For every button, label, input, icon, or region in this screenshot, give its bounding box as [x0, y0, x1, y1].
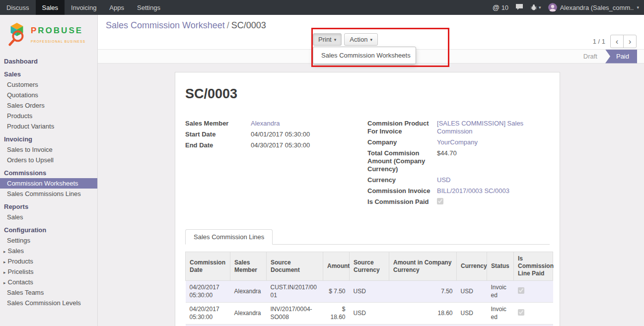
field-value-commission-product[interactable]: [SALES COMMISSION] Sales Commission — [437, 120, 550, 135]
column-header-source-document[interactable]: Source Document — [267, 252, 323, 281]
pager-previous-button[interactable]: ‹ — [610, 35, 624, 48]
sidebar-item-orders-to-upsell[interactable]: Orders to Upsell — [0, 155, 97, 165]
field-value-currency[interactable]: USD — [437, 176, 550, 184]
chat-icon — [515, 3, 523, 12]
sidebar-item-dashboard[interactable]: Dashboard — [0, 56, 97, 66]
column-header-amount[interactable]: Amount — [323, 252, 350, 281]
sidebar-item-quotations[interactable]: Quotations — [0, 90, 97, 100]
cell-line-paid — [514, 281, 553, 303]
sidebar-item-product-variants[interactable]: Product Variants — [0, 121, 97, 131]
content-area: SC/0003 Sales Member Alexandra Start Dat… — [98, 64, 644, 326]
debug-menu-button[interactable]: ▾ — [530, 3, 541, 12]
menu-discuss[interactable]: Discuss — [0, 0, 36, 15]
table-row[interactable]: 04/20/2017 05:30:00 Alexandra CUST.IN/20… — [186, 281, 553, 303]
sidebar-item-sales-to-invoice[interactable]: Sales to Invoice — [0, 144, 97, 155]
cell-source-document: INV/2017/0004-SO008 — [267, 303, 323, 325]
menu-sales[interactable]: Sales — [36, 0, 65, 15]
sidebar-item-settings[interactable]: Settings — [0, 235, 97, 246]
menu-apps[interactable]: Apps — [103, 0, 131, 15]
column-header-currency[interactable]: Currency — [457, 252, 487, 281]
sidebar-item-products[interactable]: Products — [0, 111, 97, 121]
user-menu[interactable]: Alexandra (Sales_comm.. ▾ — [548, 3, 639, 12]
caret-down-icon: ▾ — [637, 5, 639, 10]
pager: 1 / 1 ‹ › — [593, 35, 637, 48]
breadcrumb-current: SC/0003 — [231, 20, 266, 30]
sidebar-section-commissions[interactable]: Commissions — [0, 168, 97, 178]
breadcrumb: Sales Commission Worksheet/SC/0003 — [98, 15, 644, 31]
cell-source-currency: USD — [350, 303, 389, 325]
menu-invoicing[interactable]: Invoicing — [65, 0, 103, 15]
cell-currency: USD — [457, 303, 487, 325]
action-button[interactable]: Action ▾ — [344, 33, 378, 46]
button-area: Print ▾ Action ▾ — [313, 33, 378, 46]
print-button[interactable]: Print ▾ — [313, 33, 342, 46]
column-header-source-currency[interactable]: Source Currency — [350, 252, 389, 281]
field-label-is-commission-paid: Is Commission Paid — [367, 198, 437, 206]
cell-sales-member: Alexandra — [230, 303, 267, 325]
sidebar-section-configuration[interactable]: Configuration — [0, 225, 97, 235]
sidebar-item-config-pricelists[interactable]: ▸Pricelists — [0, 266, 97, 277]
sidebar-section-sales[interactable]: Sales — [0, 69, 97, 79]
field-label-start-date: Start Date — [185, 130, 251, 138]
sidebar-item-customers[interactable]: Customers — [0, 79, 97, 90]
sidebar-item-sales-commission-levels[interactable]: Sales Commission Levels — [0, 298, 97, 308]
field-group-right: Commision Product For Invoice [SALES COM… — [363, 120, 550, 209]
sidebar-item-config-contacts[interactable]: ▸Contacts — [0, 277, 97, 287]
sidebar-section-reports[interactable]: Reports — [0, 201, 97, 212]
field-label-end-date: End Date — [185, 141, 251, 149]
table-header-row: Commission Date Sales Member Source Docu… — [186, 252, 553, 281]
is-commission-paid-checkbox — [437, 198, 443, 204]
top-navbar: Discuss Sales Invoicing Apps Settings @ … — [0, 0, 644, 15]
field-group-left: Sales Member Alexandra Start Date 04/01/… — [185, 120, 363, 209]
field-label-currency: Currency — [367, 176, 437, 184]
chevron-right-icon: ▸ — [3, 270, 6, 275]
print-dropdown-menu: Sales Commission Worksheets — [313, 47, 416, 64]
column-header-status[interactable]: Status — [487, 252, 514, 281]
commission-lines-table: Commission Date Sales Member Source Docu… — [185, 252, 553, 326]
sidebar-item-config-products[interactable]: ▸Products — [0, 256, 97, 266]
breadcrumb-parent[interactable]: Sales Commission Worksheet — [106, 20, 225, 30]
field-value-company[interactable]: YourCompany — [437, 138, 550, 146]
breadcrumb-separator: / — [227, 20, 229, 30]
sidebar-section-invoicing[interactable]: Invoicing — [0, 134, 97, 144]
column-header-commission-date[interactable]: Commission Date — [186, 252, 230, 281]
logo-text: PROBUSE — [31, 26, 85, 36]
notebook-tabs: Sales Commission Lines — [185, 229, 550, 245]
logo-subtitle: PROFESSIONAL BUSINESS — [31, 40, 85, 43]
messages-button[interactable] — [515, 3, 523, 12]
field-groups: Sales Member Alexandra Start Date 04/01/… — [185, 120, 550, 209]
sidebar-nav: Dashboard Sales Customers Quotations Sal… — [0, 56, 97, 308]
cell-commission-date: 04/20/2017 05:30:00 — [186, 303, 230, 325]
cell-sales-member: Alexandra — [230, 281, 267, 303]
chevron-right-icon: ▸ — [3, 280, 6, 285]
column-header-amount-company-currency[interactable]: Amount in Company Currency — [389, 252, 457, 281]
table-row[interactable]: 04/20/2017 05:30:00 Alexandra INV/2017/0… — [186, 303, 553, 325]
sidebar-item-sales-teams[interactable]: Sales Teams — [0, 287, 97, 298]
pager-next-button[interactable]: › — [623, 35, 637, 48]
column-header-is-commission-line-paid[interactable]: Is Commission Line Paid — [514, 252, 553, 281]
menu-item-sales-commission-worksheets[interactable]: Sales Commission Worksheets — [313, 49, 416, 62]
cell-source-document: CUST.IN/2017/0001 — [267, 281, 323, 303]
menu-settings[interactable]: Settings — [131, 0, 167, 15]
cell-amount-company-currency: 18.60 — [389, 303, 457, 325]
logo-icon — [6, 22, 28, 49]
line-paid-checkbox — [518, 309, 524, 316]
field-value-sales-member[interactable]: Alexandra — [251, 120, 363, 128]
field-value-commission-invoice[interactable]: BILL/2017/0003 SC/0003 — [437, 187, 550, 195]
mention-count: 10 — [501, 4, 508, 11]
sidebar-item-sales-commissions-lines[interactable]: Sales Commissions Lines — [0, 189, 97, 199]
control-panel: Sales Commission Worksheet/SC/0003 Print… — [98, 15, 644, 50]
topbar-right: @ 10 ▾ Alexandra (Sales_comm.. ▾ — [493, 3, 644, 12]
tab-sales-commission-lines[interactable]: Sales Commission Lines — [185, 229, 273, 245]
sidebar-item-reports-sales[interactable]: Sales — [0, 212, 97, 222]
sidebar-item-config-sales[interactable]: ▸Sales — [0, 246, 97, 256]
app-logo[interactable]: PROBUSE PROFESSIONAL BUSINESS — [0, 15, 97, 54]
user-name: Alexandra (Sales_comm.. — [560, 4, 634, 11]
field-label-total-commission-amount: Total Commision Amount (Company Currency… — [367, 149, 437, 173]
mentions-button[interactable]: @ 10 — [493, 3, 508, 11]
sidebar-item-commission-worksheets[interactable]: Commission Worksheets — [0, 178, 97, 189]
column-header-sales-member[interactable]: Sales Member — [230, 252, 267, 281]
caret-down-icon: ▾ — [539, 5, 541, 10]
sidebar-item-sales-orders[interactable]: Sales Orders — [0, 100, 97, 111]
line-paid-checkbox — [518, 287, 524, 294]
